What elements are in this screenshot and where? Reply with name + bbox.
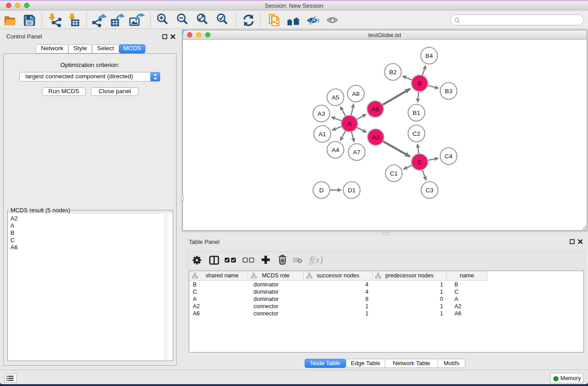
- svg-text:A4: A4: [332, 147, 339, 153]
- svg-text:B1: B1: [413, 110, 421, 116]
- svg-text:C3: C3: [425, 187, 433, 194]
- svg-text:B4: B4: [425, 52, 433, 59]
- svg-text:C4: C4: [445, 153, 453, 160]
- svg-text:C1: C1: [390, 170, 397, 177]
- svg-text:A5: A5: [332, 94, 339, 101]
- svg-text:B3: B3: [445, 88, 453, 95]
- svg-text:C2: C2: [412, 130, 420, 137]
- svg-text:D: D: [319, 187, 324, 194]
- svg-text:C: C: [417, 159, 422, 166]
- svg-text:A3: A3: [318, 110, 325, 117]
- svg-text:A8: A8: [352, 91, 360, 97]
- svg-text:D1: D1: [348, 187, 355, 194]
- svg-text:B: B: [417, 80, 421, 87]
- svg-text:A2: A2: [372, 134, 380, 141]
- svg-text:A: A: [347, 120, 351, 127]
- svg-text:A1: A1: [319, 131, 326, 138]
- svg-text:A7: A7: [353, 149, 361, 156]
- svg-text:A6: A6: [372, 106, 379, 113]
- svg-text:B2: B2: [389, 69, 397, 76]
